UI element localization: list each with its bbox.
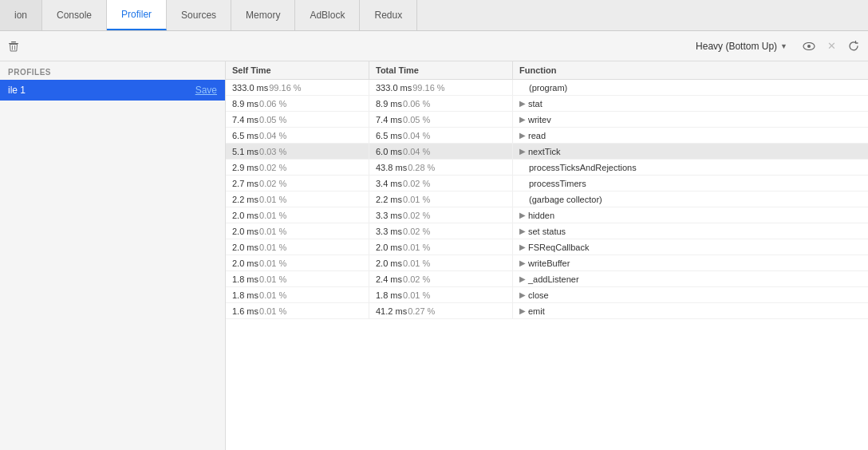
cell-function: ▶hidden bbox=[513, 207, 868, 223]
cell-self-time: 2.0 ms0.01 % bbox=[226, 255, 369, 270]
expand-arrow-icon: ▶ bbox=[519, 147, 526, 156]
cell-function: ▶stat bbox=[513, 96, 868, 111]
expand-arrow-icon: ▶ bbox=[519, 306, 526, 315]
table-row[interactable]: 2.0 ms0.01 %3.3 ms0.02 %▶hidden bbox=[226, 207, 868, 223]
eye-icon[interactable] bbox=[801, 38, 817, 54]
cell-total-time: 2.2 ms0.01 % bbox=[369, 191, 513, 207]
cell-total-time: 3.3 ms0.02 % bbox=[369, 207, 513, 223]
tab-console[interactable]: Console bbox=[42, 0, 107, 30]
expand-arrow-icon: ▶ bbox=[519, 227, 526, 235]
cell-self-time: 2.9 ms0.02 % bbox=[226, 160, 369, 175]
tab-sources[interactable]: Sources bbox=[167, 0, 231, 30]
cell-function: ▶writev bbox=[513, 112, 868, 127]
cell-total-time: 3.4 ms0.02 % bbox=[369, 176, 513, 191]
expand-arrow-icon: ▶ bbox=[519, 290, 526, 299]
expand-arrow-icon: ▶ bbox=[519, 99, 526, 108]
expand-arrow-icon: ▶ bbox=[519, 243, 526, 251]
cell-total-time: 8.9 ms0.06 % bbox=[369, 96, 513, 111]
profile-item[interactable]: ile 1 Save bbox=[0, 80, 225, 101]
cell-function: ▶read bbox=[513, 128, 868, 143]
tab-ion[interactable]: ion bbox=[0, 0, 42, 30]
cell-self-time: 1.8 ms0.01 % bbox=[226, 271, 369, 286]
cell-function: ▶FSReqCallback bbox=[513, 239, 868, 255]
table-row[interactable]: 8.9 ms0.06 %8.9 ms0.06 %▶stat bbox=[226, 96, 868, 112]
cell-self-time: 2.0 ms0.01 % bbox=[226, 207, 369, 223]
table-row[interactable]: 2.0 ms0.01 %2.0 ms0.01 %▶FSReqCallback bbox=[226, 239, 868, 255]
table-row[interactable]: 1.6 ms0.01 %41.2 ms0.27 %▶emit bbox=[226, 303, 868, 319]
cell-self-time: 5.1 ms0.03 % bbox=[226, 144, 369, 159]
cell-total-time: 6.5 ms0.04 % bbox=[369, 128, 513, 143]
cell-function: ▶nextTick bbox=[513, 144, 868, 159]
svg-rect-0 bbox=[9, 43, 18, 44]
save-button[interactable]: Save bbox=[195, 85, 217, 96]
view-dropdown[interactable]: Heavy (Bottom Up) ▼ bbox=[688, 38, 795, 55]
cell-self-time: 2.0 ms0.01 % bbox=[226, 239, 369, 255]
cell-function: ▶emit bbox=[513, 303, 868, 318]
cell-total-time: 6.0 ms0.04 % bbox=[369, 144, 513, 159]
profiles-section-title: PROFILES bbox=[0, 61, 225, 80]
tab-profiler[interactable]: Profiler bbox=[107, 0, 167, 30]
cell-total-time: 2.4 ms0.02 % bbox=[369, 271, 513, 286]
table-row[interactable]: 7.4 ms0.05 %7.4 ms0.05 %▶writev bbox=[226, 112, 868, 128]
table-header: Self Time Total Time Function bbox=[226, 61, 868, 80]
cell-function: processTimers bbox=[513, 176, 868, 191]
cell-function: ▶close bbox=[513, 287, 868, 302]
cell-total-time: 43.8 ms0.28 % bbox=[369, 160, 513, 175]
cell-self-time: 2.0 ms0.01 % bbox=[226, 223, 369, 239]
table-row[interactable]: 1.8 ms0.01 %2.4 ms0.02 %▶_addListener bbox=[226, 271, 868, 287]
table-row[interactable]: 2.2 ms0.01 %2.2 ms0.01 %(garbage collect… bbox=[226, 191, 868, 207]
close-icon[interactable]: ✕ bbox=[823, 38, 839, 54]
expand-arrow-icon: ▶ bbox=[519, 115, 526, 124]
cell-self-time: 2.2 ms0.01 % bbox=[226, 191, 369, 207]
cell-self-time: 333.0 ms99.16 % bbox=[226, 80, 369, 95]
col-header-total-time: Total Time bbox=[369, 61, 513, 79]
sidebar: PROFILES ile 1 Save bbox=[0, 61, 226, 450]
data-panel: Self Time Total Time Function 333.0 ms99… bbox=[226, 61, 868, 450]
cell-function: (program) bbox=[513, 80, 868, 95]
table-row[interactable]: 333.0 ms99.16 %333.0 ms99.16 %(program) bbox=[226, 80, 868, 96]
expand-arrow-icon: ▶ bbox=[519, 131, 526, 140]
table-row[interactable]: 2.0 ms0.01 %3.3 ms0.02 %▶set status bbox=[226, 223, 868, 239]
table-body: 333.0 ms99.16 %333.0 ms99.16 %(program)8… bbox=[226, 80, 868, 319]
table-row[interactable]: 6.5 ms0.04 %6.5 ms0.04 %▶read bbox=[226, 128, 868, 144]
main-content: PROFILES ile 1 Save Self Time Total Time… bbox=[0, 61, 868, 450]
cell-function: ▶_addListener bbox=[513, 271, 868, 286]
table-row[interactable]: 5.1 ms0.03 %6.0 ms0.04 %▶nextTick bbox=[226, 144, 868, 160]
cell-total-time: 2.0 ms0.01 % bbox=[369, 239, 513, 255]
delete-icon[interactable] bbox=[6, 39, 21, 53]
refresh-icon[interactable] bbox=[846, 38, 862, 54]
cell-function: (garbage collector) bbox=[513, 191, 868, 207]
expand-arrow-icon: ▶ bbox=[519, 259, 526, 267]
tab-bar: ion Console Profiler Sources Memory AdBl… bbox=[0, 0, 868, 31]
tab-memory[interactable]: Memory bbox=[231, 0, 295, 30]
col-header-self-time: Self Time bbox=[226, 61, 369, 79]
cell-total-time: 7.4 ms0.05 % bbox=[369, 112, 513, 127]
cell-total-time: 1.8 ms0.01 % bbox=[369, 287, 513, 302]
tab-redux[interactable]: Redux bbox=[360, 0, 417, 30]
profile-label: ile 1 bbox=[8, 85, 195, 96]
cell-self-time: 8.9 ms0.06 % bbox=[226, 96, 369, 111]
table-row[interactable]: 2.7 ms0.02 %3.4 ms0.02 %processTimers bbox=[226, 176, 868, 191]
svg-rect-1 bbox=[11, 41, 16, 42]
table-row[interactable]: 2.9 ms0.02 %43.8 ms0.28 %processTicksAnd… bbox=[226, 160, 868, 176]
cell-self-time: 6.5 ms0.04 % bbox=[226, 128, 369, 143]
cell-total-time: 2.0 ms0.01 % bbox=[369, 255, 513, 270]
table-row[interactable]: 1.8 ms0.01 %1.8 ms0.01 %▶close bbox=[226, 287, 868, 303]
cell-function: ▶writeBuffer bbox=[513, 255, 868, 270]
svg-point-5 bbox=[807, 45, 811, 48]
cell-function: processTicksAndRejections bbox=[513, 160, 868, 175]
cell-total-time: 41.2 ms0.27 % bbox=[369, 303, 513, 318]
expand-arrow-icon: ▶ bbox=[519, 274, 526, 283]
cell-function: ▶set status bbox=[513, 223, 868, 239]
table-row[interactable]: 2.0 ms0.01 %2.0 ms0.01 %▶writeBuffer bbox=[226, 255, 868, 271]
expand-arrow-icon: ▶ bbox=[519, 211, 526, 219]
tab-adblock[interactable]: AdBlock bbox=[295, 0, 360, 30]
cell-self-time: 1.8 ms0.01 % bbox=[226, 287, 369, 302]
toolbar: Heavy (Bottom Up) ▼ ✕ bbox=[0, 31, 868, 61]
cell-self-time: 1.6 ms0.01 % bbox=[226, 303, 369, 318]
cell-total-time: 3.3 ms0.02 % bbox=[369, 223, 513, 239]
col-header-function: Function bbox=[513, 61, 868, 79]
cell-total-time: 333.0 ms99.16 % bbox=[369, 80, 513, 95]
cell-self-time: 2.7 ms0.02 % bbox=[226, 176, 369, 191]
cell-self-time: 7.4 ms0.05 % bbox=[226, 112, 369, 127]
